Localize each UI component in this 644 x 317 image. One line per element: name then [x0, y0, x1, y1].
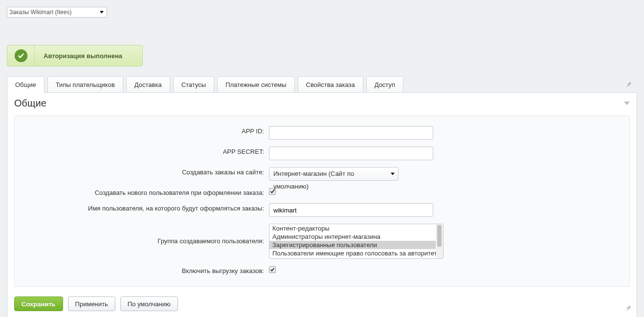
apply-button[interactable]: Применить: [68, 296, 115, 311]
tab-label: Общие: [15, 81, 36, 88]
label-create-user: Создавать нового пользователя при оформл…: [20, 188, 269, 196]
success-message: Авторизация выполнена: [35, 45, 131, 66]
tab-label: Доступ: [375, 81, 395, 88]
save-button[interactable]: Сохранить: [14, 296, 63, 311]
tab-statuses[interactable]: Статусы: [173, 76, 214, 93]
panel-body: APP ID: APP SECRET: Создавать заказы на …: [14, 116, 630, 287]
multiselect-option[interactable]: Зарегистрированные пользователи: [269, 241, 443, 249]
tab-access[interactable]: Доступ: [366, 76, 403, 93]
label-app-secret: APP SECRET:: [20, 147, 269, 155]
pin-icon[interactable]: [625, 81, 632, 88]
tab-bar: Общие Типы плательщиков Доставка Статусы…: [7, 76, 637, 93]
label-enable-export: Включить выгрузку заказов:: [20, 266, 269, 275]
label-user-group: Группа создаваемого пользователя:: [20, 224, 269, 245]
input-app-id[interactable]: [269, 126, 433, 140]
tab-general[interactable]: Общие: [7, 76, 44, 93]
tab-label: Платежные системы: [225, 81, 286, 88]
label-user-name: Имя пользователя, на которого будут офор…: [20, 203, 269, 212]
select-site[interactable]: Интернет-магазин (Сайт по умолчанию): [269, 167, 399, 181]
button-label: По умолчанию: [128, 300, 171, 308]
multiselect-user-group[interactable]: Контент-редакторы Администраторы интерне…: [269, 224, 444, 259]
tab-label: Доставка: [134, 81, 162, 88]
tab-payment-systems[interactable]: Платежные системы: [217, 76, 294, 93]
scrollbar-thumb[interactable]: [437, 225, 442, 247]
scrollbar[interactable]: [436, 224, 443, 258]
panel-header: Общие: [7, 93, 637, 116]
select-site-value: Интернет-магазин (Сайт по умолчанию): [273, 170, 354, 190]
tab-order-properties[interactable]: Свойства заказа: [298, 76, 363, 93]
tab-delivery[interactable]: Доставка: [126, 76, 170, 93]
input-app-secret[interactable]: [269, 147, 433, 160]
multiselect-option[interactable]: Пользователи имеющие право голосовать за…: [269, 249, 443, 257]
success-banner: Авторизация выполнена: [7, 45, 143, 66]
button-label: Сохранить: [22, 300, 56, 308]
label-site: Создавать заказы на сайте:: [20, 167, 269, 176]
chevron-down-icon: [391, 173, 395, 175]
label-app-id: APP ID:: [20, 126, 269, 135]
checkbox-enable-export[interactable]: [269, 266, 276, 273]
tab-label: Типы плательщиков: [56, 81, 115, 88]
check-circle-icon: [15, 49, 27, 62]
chevron-down-icon: [100, 11, 104, 14]
tab-payer-types[interactable]: Типы плательщиков: [47, 76, 123, 93]
profile-select[interactable]: Заказы Wikimart (Itees): [7, 7, 107, 18]
reset-button[interactable]: По умолчанию: [120, 296, 178, 311]
multiselect-option[interactable]: Контент-редакторы: [269, 224, 443, 232]
profile-select-label: Заказы Wikimart (Itees): [9, 9, 71, 16]
success-icon-wrap: [7, 45, 35, 66]
multiselect-option[interactable]: Администраторы интернет-магазина: [269, 232, 443, 241]
tab-label: Свойства заказа: [306, 81, 355, 88]
panel-title: Общие: [14, 98, 46, 109]
input-user-name[interactable]: [269, 203, 433, 217]
pin-icon[interactable]: [625, 305, 632, 312]
button-label: Применить: [75, 300, 108, 308]
settings-panel: Общие APP ID: APP SECRET: Создавать зака…: [7, 92, 637, 317]
panel-footer: Сохранить Применить По умолчанию: [7, 296, 637, 317]
tab-label: Статусы: [181, 81, 206, 88]
collapse-icon[interactable]: [624, 102, 630, 105]
